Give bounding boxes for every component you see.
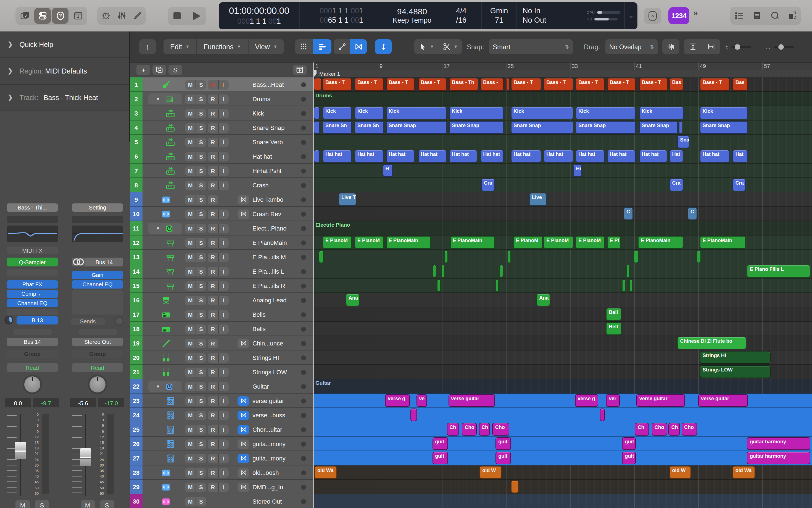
track-number[interactable]: 2 <box>130 92 143 106</box>
horizontal-zoom-slider[interactable]: ↔ <box>765 39 794 54</box>
track-name[interactable]: E Pia...ills L <box>252 264 299 279</box>
arrange-lane-12[interactable]: E PianoME PianoME PianoMainE PianoMainE … <box>314 236 812 250</box>
strip-name-button[interactable]: Bass - Thi... <box>7 203 58 212</box>
region[interactable] <box>444 250 448 263</box>
region-guit[interactable]: guit <box>432 452 448 464</box>
region-e-pianom[interactable]: E PianoM <box>543 236 573 249</box>
track-number[interactable]: 3 <box>130 106 143 121</box>
record-arm-dot[interactable] <box>301 327 306 332</box>
track-number[interactable]: 28 <box>130 465 143 480</box>
region[interactable] <box>499 265 503 278</box>
region-kick[interactable]: Kick <box>700 107 748 119</box>
lcd-time[interactable]: 01:00:00:00.00 0001 1 1 001 <box>219 2 299 29</box>
flex-button[interactable] <box>238 425 249 434</box>
record-arm-dot[interactable] <box>301 241 306 245</box>
record-enable-button[interactable]: R <box>208 238 218 247</box>
eq-thumbnail[interactable] <box>72 225 123 242</box>
input-monitor-button[interactable]: I <box>218 310 229 319</box>
record-arm-dot[interactable] <box>301 456 306 461</box>
track-name[interactable]: Hat hat <box>252 149 299 164</box>
arrange-lane-20[interactable]: Strings HI <box>314 350 812 365</box>
stop-button[interactable] <box>174 12 181 19</box>
lcd-time-signature[interactable]: 4/4 /16 <box>441 2 481 29</box>
volume-value[interactable]: 0.0 <box>5 398 31 408</box>
quick-help-icon[interactable]: ? <box>52 8 68 24</box>
record-arm-dot[interactable] <box>301 355 306 361</box>
quick-help-section[interactable]: ❯ Quick Help <box>0 32 129 58</box>
audio-fx-slot[interactable]: Phat FX <box>7 280 58 289</box>
record-enable-button[interactable]: R <box>208 482 218 492</box>
input-monitor-button[interactable]: I <box>218 396 229 406</box>
solo-button[interactable]: S <box>196 94 206 103</box>
record-arm-dot[interactable] <box>301 370 306 375</box>
track-name[interactable]: old...oosh <box>252 465 299 480</box>
mute-button[interactable]: M <box>185 382 196 391</box>
record-enable-button[interactable]: R <box>208 224 218 233</box>
record-arm-dot[interactable] <box>301 470 306 475</box>
track-number[interactable]: 15 <box>130 279 143 293</box>
track-row-strings-hi[interactable]: 20MSRIStrings HI <box>130 350 313 365</box>
record-arm-dot[interactable] <box>301 442 306 447</box>
hide-inspector-button[interactable]: ↑ <box>139 39 156 54</box>
flex-button[interactable] <box>238 411 249 420</box>
region-cra[interactable]: Cra <box>481 178 495 191</box>
region-verse-guitar[interactable]: verse guitar <box>698 394 748 407</box>
flex-icon[interactable] <box>350 39 367 54</box>
record-enable-button[interactable]: R <box>208 339 218 348</box>
region[interactable] <box>679 121 682 134</box>
solo-button[interactable]: S <box>196 252 206 262</box>
region-guitar-harmony[interactable]: guitar harmony <box>747 437 811 450</box>
region-e-pianom[interactable]: E PianoM <box>513 236 542 249</box>
region-cho[interactable]: Cho <box>652 423 667 435</box>
record-enable-button[interactable]: R <box>208 137 218 147</box>
region-bass-t[interactable]: Bass - T <box>354 78 384 91</box>
region-hat-hat[interactable]: Hat hat <box>418 150 447 163</box>
region-snare-snap[interactable]: Snare Snap <box>576 121 636 134</box>
region-hat-hat[interactable]: Hat hat <box>480 150 504 163</box>
region-h[interactable]: H <box>383 164 392 177</box>
solo-button[interactable]: S <box>196 166 206 175</box>
solo-button[interactable]: S <box>196 497 206 506</box>
lcd-io[interactable]: No In No Out <box>517 2 583 29</box>
input-monitor-button[interactable]: I <box>218 425 229 434</box>
record-enable-button[interactable]: R <box>208 468 218 477</box>
region-e-piano-fills-l[interactable]: E Piano Fills L <box>747 265 811 278</box>
input-monitor-button[interactable]: I <box>218 367 229 377</box>
input-monitor-button[interactable]: I <box>218 482 229 492</box>
mute-button[interactable]: M <box>185 238 196 247</box>
record-arm-dot[interactable] <box>301 154 306 159</box>
track-name[interactable]: Crash <box>252 178 299 193</box>
mute-button[interactable]: M <box>185 80 196 89</box>
track-number[interactable]: 30 <box>130 494 143 508</box>
solo-button[interactable]: S <box>196 382 206 391</box>
division[interactable]: /16 <box>456 16 467 25</box>
region[interactable] <box>314 78 321 91</box>
track-number[interactable]: 27 <box>130 451 143 465</box>
arrange-lane-23[interactable]: verse gveverse guitarverse gververse gui… <box>314 393 812 408</box>
record-arm-dot[interactable] <box>301 284 306 289</box>
track-number[interactable]: 16 <box>130 293 143 307</box>
group-slot[interactable]: Group <box>72 350 123 358</box>
region-hat-hat[interactable]: Hat hat <box>607 150 636 163</box>
arrange-lane-9[interactable]: Live TLive <box>314 193 812 207</box>
region-ana[interactable]: Ana <box>536 294 550 306</box>
input-slot[interactable]: Bus 14 <box>72 258 123 266</box>
track-number[interactable]: 5 <box>130 135 143 149</box>
region-kick[interactable]: Kick <box>449 107 504 119</box>
region-snare-sn[interactable]: Snare Sn <box>354 121 384 134</box>
send-empty-slot[interactable] <box>13 329 52 335</box>
region[interactable] <box>622 279 626 292</box>
mute-button[interactable]: M <box>185 482 196 492</box>
track-row-bells[interactable]: 17MSRIBells <box>130 307 313 322</box>
track-number[interactable]: 22 <box>130 379 143 393</box>
mute-button[interactable]: M <box>185 396 196 406</box>
track-row-hat-hat[interactable]: 6MSRIHat hat <box>130 149 313 164</box>
region-kick[interactable]: Kick <box>386 107 447 119</box>
track-name[interactable]: guita...mony <box>252 437 299 451</box>
audio-fx-slot[interactable]: Channel EQ <box>72 280 123 289</box>
quick-controls-icon[interactable] <box>34 8 51 24</box>
solo-button[interactable]: S <box>196 439 206 449</box>
record-enable-button[interactable]: R <box>208 281 218 291</box>
region-hat-hat[interactable]: Hat hat <box>639 150 667 163</box>
track-number[interactable]: 25 <box>130 422 143 437</box>
